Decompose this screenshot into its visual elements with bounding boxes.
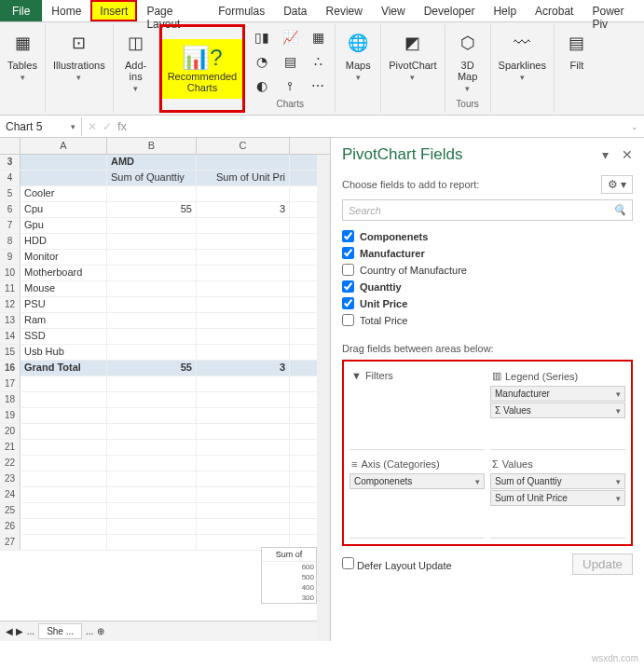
cell[interactable] (107, 376, 197, 391)
table-row[interactable]: 19 (0, 408, 330, 424)
row-header[interactable]: 25 (0, 503, 21, 518)
area-chip[interactable]: Sum of Unit Price▾ (490, 490, 625, 506)
cell[interactable] (107, 456, 197, 471)
cell[interactable] (107, 535, 197, 550)
row-header[interactable]: 3 (0, 155, 21, 170)
cell[interactable] (21, 171, 107, 185)
cell[interactable] (107, 471, 197, 486)
field-checkbox[interactable] (342, 230, 354, 242)
cell[interactable] (21, 440, 107, 455)
treemap-icon[interactable]: ▦ (305, 26, 331, 48)
cell[interactable]: 3 (197, 361, 290, 375)
cell[interactable] (107, 440, 197, 455)
formula-input[interactable] (132, 119, 620, 133)
cell[interactable]: Sum of Quanttiy (107, 171, 197, 185)
illustrations-button[interactable]: ⊡ Illustrations ▾ (49, 26, 109, 84)
tab-insert[interactable]: Insert (90, 0, 137, 21)
cell[interactable] (197, 503, 290, 518)
row-header[interactable]: 13 (0, 313, 21, 328)
cell[interactable] (197, 456, 290, 471)
row-header[interactable]: 10 (0, 266, 21, 280)
table-row[interactable]: 26 (0, 519, 330, 535)
update-button[interactable]: Update (572, 553, 633, 575)
sparklines-button[interactable]: 〰 Sparklines ▾ (495, 26, 550, 84)
cell[interactable] (107, 297, 197, 312)
table-row[interactable]: 15 Usb Hub (0, 345, 330, 361)
cell[interactable] (21, 408, 107, 423)
sheet-more-icon[interactable]: ... (27, 626, 34, 636)
row-header[interactable]: 4 (0, 171, 21, 185)
row-header[interactable]: 18 (0, 392, 21, 407)
cell[interactable] (21, 471, 107, 486)
area-filters[interactable]: ▼Filters (349, 367, 485, 450)
gear-icon[interactable]: ⚙ ▾ (601, 175, 633, 194)
cell[interactable] (107, 487, 197, 502)
table-row[interactable]: 22 (0, 456, 330, 471)
table-row[interactable]: 16 Grand Total 55 3 (0, 361, 330, 376)
row-header[interactable]: 23 (0, 471, 21, 486)
cell[interactable]: Sum of Unit Pri (197, 171, 290, 185)
add-sheet-icon[interactable]: ⊕ (97, 626, 104, 636)
row-header[interactable]: 21 (0, 440, 21, 455)
field-search[interactable]: Search 🔍 (342, 199, 633, 221)
cell[interactable] (197, 297, 290, 312)
cell[interactable] (197, 440, 290, 455)
cell[interactable] (197, 345, 290, 360)
cell[interactable] (107, 313, 197, 328)
enter-icon[interactable]: ✓ (103, 120, 112, 133)
line-chart-icon[interactable]: 📈 (277, 26, 303, 48)
cell[interactable] (21, 519, 107, 534)
column-chart-icon[interactable]: ▯▮ (249, 26, 275, 48)
cell[interactable]: Cpu (21, 202, 107, 217)
field-item[interactable]: Manufacturer (342, 247, 633, 259)
cell[interactable] (197, 313, 290, 328)
cell[interactable] (107, 266, 197, 280)
tab-power-pivot[interactable]: Power Piv (582, 0, 644, 21)
cell[interactable]: PSU (21, 297, 107, 312)
cell[interactable] (107, 329, 197, 344)
table-row[interactable]: 25 (0, 503, 330, 519)
row-header[interactable]: 20 (0, 424, 21, 439)
addins-button[interactable]: ◫ Add- ins ▾ (117, 26, 155, 95)
cell[interactable]: HDD (21, 234, 107, 249)
cell[interactable] (21, 424, 107, 439)
more-chart-icon[interactable]: ⋯ (305, 75, 331, 97)
cell[interactable] (21, 456, 107, 471)
table-row[interactable]: 6 Cpu 55 3 (0, 202, 330, 218)
table-row[interactable]: 23 (0, 471, 330, 487)
cell[interactable]: 3 (197, 202, 290, 217)
field-checkbox[interactable] (342, 297, 354, 309)
field-item[interactable]: Country of Manufacture (342, 264, 633, 276)
field-item[interactable]: Total Price (342, 314, 633, 326)
tab-file[interactable]: File (0, 0, 42, 21)
tab-developer[interactable]: Developer (415, 0, 485, 21)
table-row[interactable]: 12 PSU (0, 297, 330, 313)
map3d-button[interactable]: ⬡ 3D Map ▾ (449, 26, 486, 95)
row-header[interactable]: 11 (0, 281, 21, 296)
bar-chart-icon[interactable]: ▤ (277, 50, 303, 73)
table-row[interactable]: 20 (0, 424, 330, 440)
pivotchart-button[interactable]: ◩ PivotChart ▾ (385, 26, 440, 84)
cell[interactable]: SSD (21, 329, 107, 344)
row-header[interactable]: 6 (0, 202, 21, 217)
row-header[interactable]: 16 (0, 361, 21, 375)
table-row[interactable]: 4 Sum of Quanttiy Sum of Unit Pri (0, 171, 330, 186)
field-item[interactable]: Unit Price (342, 297, 633, 309)
cell[interactable] (197, 281, 290, 296)
cell[interactable]: Usb Hub (21, 345, 107, 360)
cell[interactable] (107, 424, 197, 439)
table-row[interactable]: 5 Cooler (0, 186, 330, 202)
combo-chart-icon[interactable]: ⫯ (277, 75, 303, 97)
cell[interactable] (107, 218, 197, 233)
cell[interactable] (197, 408, 290, 423)
cell[interactable] (197, 392, 290, 407)
tables-button[interactable]: ▦ Tables ▾ (4, 26, 41, 84)
defer-checkbox[interactable]: Defer Layout Update (342, 557, 452, 571)
cell[interactable]: Monitor (21, 250, 107, 265)
stock-chart-icon[interactable]: ◐ (249, 75, 275, 97)
col-header-c[interactable]: C (197, 138, 290, 154)
area-legend[interactable]: ▥Legend (Series) Manufacturer▾Σ Values▾ (490, 367, 625, 450)
select-all-button[interactable] (0, 138, 21, 154)
row-header[interactable]: 19 (0, 408, 21, 423)
cell[interactable]: Gpu (21, 218, 107, 233)
